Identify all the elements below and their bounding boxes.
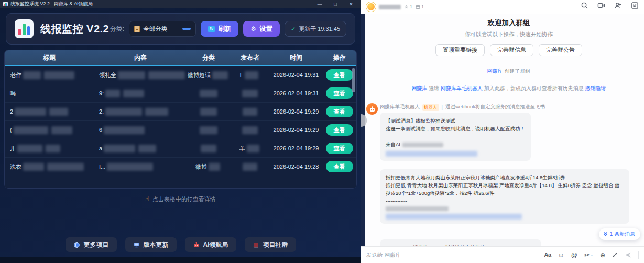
redacted-text <box>104 145 135 152</box>
chat-message: 网赚库羊毛机器人机器人|通过webhook将自定义服务的消息推送至飞书【测试消息… <box>380 104 638 161</box>
message-bubble[interactable]: 62元叠88vip消费券 Swisse斯维诗益生菌软糖 -62元叠88vip消费… <box>380 239 541 246</box>
redacted-text <box>105 108 142 116</box>
category-value: 全部分类 <box>143 25 167 33</box>
pin-links-button[interactable]: 置顶重要链接 <box>435 44 485 56</box>
message-area[interactable]: 欢迎加入群组 你可以尝试以下操作，快速开始协作 置顶重要链接 完善群信息 完善群… <box>365 14 644 246</box>
chat-panel: 1 1 欢迎加入群组 你可以尝试以下操作，快速开始协作 置顶重要链接 完善群信息 <box>361 0 644 263</box>
table-row[interactable]: 喝9:2026-02-04 19:31查看 <box>5 84 356 103</box>
refresh-button[interactable]: ↻ 刷新 <box>201 21 238 37</box>
composer-bar[interactable]: 发送给 网赚库 Aa ☺ @ ✂⌄ ⊕ <box>361 246 644 263</box>
bottom-strip <box>0 257 361 263</box>
window-app-icon <box>3 2 8 6</box>
redacted-text <box>243 108 257 116</box>
redacted-text <box>46 145 60 152</box>
search-icon[interactable] <box>581 2 588 9</box>
redacted-text <box>201 145 216 152</box>
settings-box-icon[interactable] <box>631 2 639 9</box>
select-indicator <box>182 28 191 30</box>
plus-icon[interactable]: ⊕ <box>600 252 605 258</box>
footer-button-项目社群[interactable]: 项目社群 <box>245 237 296 252</box>
footer-button-label: 版本更新 <box>144 240 169 249</box>
view-button[interactable]: 查看 <box>326 69 353 81</box>
book-icon <box>253 242 259 248</box>
cell-text: 微博超话 <box>188 71 211 79</box>
app-header: 线报监控 V2.2 分类: 全部分类 ↻ 刷新 ⚙ 设置 <box>6 13 355 45</box>
add-member-icon[interactable] <box>614 2 622 9</box>
emoji-icon[interactable]: ☺ <box>558 252 564 258</box>
cell-text: 6 <box>99 127 102 133</box>
partial-row <box>5 183 356 188</box>
double-chevron-down-icon <box>603 232 608 237</box>
column-header: 内容 <box>94 50 187 65</box>
table-row[interactable]: 22.2026-02-04 19:29查看 <box>5 103 356 121</box>
composer-placeholder[interactable]: 发送给 网赚库 <box>366 251 401 259</box>
redacted-text <box>402 143 443 147</box>
view-button[interactable]: 查看 <box>326 161 353 172</box>
redacted-text <box>49 108 68 116</box>
view-button[interactable]: 查看 <box>326 124 353 136</box>
refresh-icon: ↻ <box>208 26 215 32</box>
mention-icon[interactable]: @ <box>571 252 577 258</box>
cell-text: 开 <box>10 145 16 152</box>
system-link[interactable]: 网赚库 <box>487 68 503 74</box>
table-header-row: 标题内容分类发布者时间操作 <box>5 50 356 66</box>
complete-info-button[interactable]: 完善群信息 <box>490 44 533 56</box>
row-time: 2026-02-04 19:29 <box>274 108 319 115</box>
view-button[interactable]: 查看 <box>326 143 353 154</box>
sender-name[interactable]: 网赚库羊毛机器人 <box>380 104 420 111</box>
redacted-text <box>243 163 257 171</box>
minimize-button[interactable]: — <box>312 0 328 8</box>
view-button[interactable]: 查看 <box>326 106 353 117</box>
redacted-text <box>123 90 144 97</box>
redacted-text <box>104 126 145 134</box>
table-scrollbar[interactable] <box>352 68 355 92</box>
cell-text: 羊 <box>239 145 245 152</box>
message-bubble[interactable]: 【测试消息】线报监控推送测试这是一条测试消息，如果您收到此消息，说明机器人配置成… <box>380 113 531 161</box>
person-icon <box>404 5 409 9</box>
settings-button[interactable]: ⚙ 设置 <box>243 21 280 37</box>
footer-button-更多项目[interactable]: 更多项目 <box>66 237 117 252</box>
row-time: 2026-02-04 19:31 <box>274 72 319 78</box>
system-message-invite: 网赚库 邀请 网赚库羊毛机器人 加入此群，新成员入群可查看所有历史消息 撤销邀请 <box>380 85 638 92</box>
system-link[interactable]: 网赚库 <box>411 85 427 91</box>
text-format-icon[interactable]: Aa <box>544 252 551 258</box>
table-hint: ☝点击表格中的行查看详情 <box>0 195 361 203</box>
group-avatar[interactable] <box>366 2 376 12</box>
redacted-text <box>118 71 145 79</box>
view-button[interactable]: 查看 <box>326 87 353 99</box>
bot-description: 通过webhook将自定义服务的消息推送至飞书 <box>445 104 545 111</box>
group-name-redacted <box>379 5 401 9</box>
footer-button-AI领航局[interactable]: AI领航局 <box>185 237 236 252</box>
category-select[interactable]: 全部分类 <box>129 21 196 37</box>
redacted-text <box>200 126 217 134</box>
close-button[interactable]: ✕ <box>343 0 359 8</box>
category-icon <box>134 26 140 32</box>
window-titlebar[interactable]: 线报监控系统 V2.2 - 网赚库 & AI领航局 — □ ✕ <box>0 0 361 8</box>
video-call-icon[interactable] <box>597 2 605 9</box>
bot-avatar[interactable] <box>366 103 378 115</box>
footer-button-版本更新[interactable]: 版本更新 <box>125 237 177 252</box>
screenshot-icon[interactable]: ✂⌄ <box>584 252 593 258</box>
column-header: 操作 <box>322 50 356 65</box>
system-link[interactable]: 网赚库羊毛机器人 <box>441 85 483 91</box>
welcome-title: 欢迎加入群组 <box>380 18 638 28</box>
maximize-button[interactable]: □ <box>328 0 343 8</box>
redacted-text <box>23 71 41 79</box>
message-line: 这是一条测试消息，如果您收到此消息，说明机器人配置成功！ <box>386 125 525 133</box>
new-message-badge[interactable]: 1 条新消息 <box>599 228 640 240</box>
row-time: 2026-02-04 19:29 <box>274 145 319 151</box>
cell-text: 2 <box>10 108 13 115</box>
table-row[interactable]: 洗衣I...微博2026-02-04 19:28查看 <box>5 158 356 176</box>
redacted-text <box>145 108 168 116</box>
system-link[interactable]: 撤销邀请 <box>585 85 606 91</box>
complete-announcement-button[interactable]: 完善群公告 <box>539 44 582 56</box>
table-row[interactable]: 开a羊2026-02-04 19:29查看 <box>5 139 356 158</box>
send-icon[interactable] <box>625 251 631 258</box>
table-row[interactable]: (62026-02-04 19:29查看 <box>5 121 356 139</box>
message-bubble[interactable]: 抵扣更低青青大地秋月梨山东莱阳正宗秋月冰糖梨产地直发净重4斤14.8生鲜8折券抵… <box>380 169 629 224</box>
redacted-text <box>107 163 153 171</box>
table-row[interactable]: 老作领礼全微博超话F2026-02-04 19:31查看 <box>5 66 356 84</box>
expand-icon[interactable] <box>612 252 618 258</box>
separator: | <box>442 104 443 110</box>
row-time: 2026-02-04 19:31 <box>274 90 319 96</box>
